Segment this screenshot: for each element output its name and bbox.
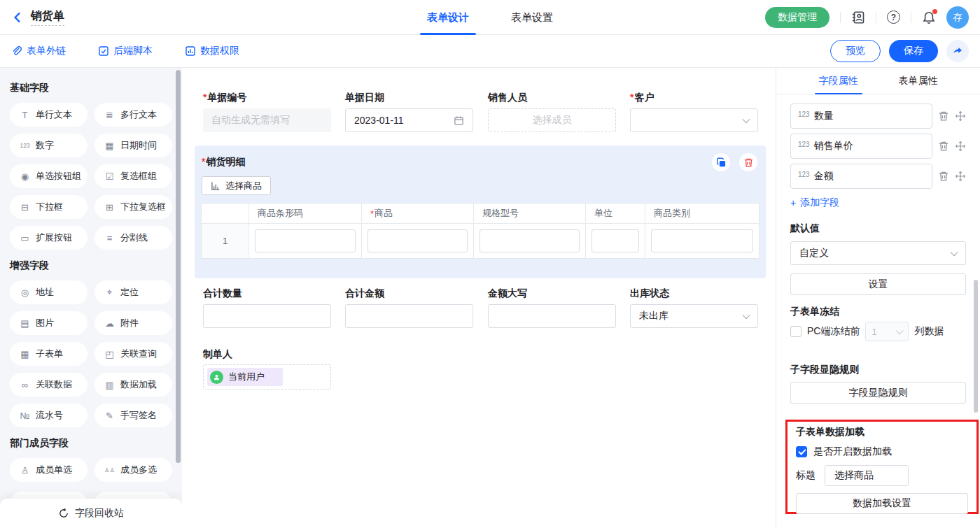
field-section: 增强字段 ◎ 地址 ⌖ 定位 (10, 259, 172, 427)
backend-script-action[interactable]: 后端脚本 (98, 45, 153, 57)
cell-input-category[interactable] (651, 229, 753, 252)
user-avatar[interactable]: 存 (946, 6, 969, 29)
delete-subfield-icon[interactable] (938, 171, 949, 182)
move-subfield-icon[interactable] (955, 110, 966, 122)
field-type-item[interactable]: ▭ 扩展按钮 (10, 226, 88, 250)
field-maker[interactable]: 制单人 (203, 348, 331, 359)
field-type-item[interactable]: ⊟ 下拉框 (10, 195, 88, 219)
field-order-date[interactable]: 单据日期 2023-01-11 (345, 92, 473, 132)
copy-subform-button[interactable] (712, 153, 730, 171)
field-type-item[interactable]: T 单行文本 (10, 103, 88, 127)
default-value-select[interactable]: 自定义 (790, 241, 966, 265)
field-total-qty[interactable]: 合计数量 (203, 287, 331, 328)
field-type-item[interactable]: № 流水号 (10, 404, 88, 427)
field-outbound-status[interactable]: 出库状态 未出库 (630, 287, 758, 328)
field-section: 部门成员字段 ♙ 成员单选 ♙♙ 成员多选 (10, 437, 172, 482)
field-type-icon: ≡ (104, 233, 115, 243)
sidebar-scrollbar-thumb[interactable] (176, 70, 181, 463)
data-permission-action[interactable]: 数据权限 (185, 45, 239, 57)
delete-subform-button[interactable] (739, 153, 757, 171)
save-button[interactable]: 保存 (889, 40, 938, 62)
data-load-settings-button[interactable]: 数据加载设置 (796, 493, 968, 514)
calendar-icon (454, 115, 464, 126)
cell-input-unit[interactable] (592, 229, 639, 252)
field-section-title: 基础字段 (10, 82, 172, 94)
cell-input-spec[interactable] (479, 229, 580, 252)
subform-column-header: 规格型号 (474, 204, 586, 223)
subfield-item[interactable]: 123 数量 (790, 104, 932, 129)
field-type-item[interactable]: ∞ 关联数据 (10, 373, 88, 397)
data-load-title-input[interactable]: 选择商品 (825, 465, 909, 486)
amount-caps-input[interactable] (488, 304, 616, 328)
default-settings-button[interactable]: 设置 (790, 273, 966, 295)
preview-button[interactable]: 预览 (830, 40, 881, 62)
field-type-item[interactable]: ⌖ 定位 (94, 280, 172, 304)
salesperson-picker[interactable]: 选择成员 (488, 108, 616, 132)
external-link-action[interactable]: 表单外链 (11, 45, 66, 57)
field-type-item[interactable]: ♙ 成员单选 (10, 458, 88, 482)
field-type-item[interactable]: ☁ 附件 (94, 311, 172, 335)
field-type-item[interactable]: ⊞ 下拉复选框 (94, 195, 172, 219)
toolbar-right: 预览 保存 (830, 40, 969, 62)
move-subfield-icon[interactable] (955, 141, 966, 152)
field-type-label: 关联查询 (120, 348, 157, 360)
subfield-item[interactable]: 123 销售单价 (790, 134, 932, 159)
property-tab[interactable]: 表单属性 (899, 68, 938, 94)
top-tab[interactable]: 表单设计 (426, 0, 470, 35)
help-icon[interactable]: ? (887, 10, 900, 24)
freeze-checkbox[interactable] (790, 326, 802, 337)
field-type-item[interactable]: ◉ 单选按钮组 (10, 164, 88, 188)
panel-scrollbar-thumb[interactable] (974, 280, 978, 413)
total-qty-input[interactable] (203, 304, 331, 328)
top-tab[interactable]: 表单设置 (510, 0, 554, 35)
field-type-item[interactable]: ≡ 分割线 (94, 226, 172, 250)
field-recycle-bin[interactable]: 字段回收站 (0, 499, 182, 528)
field-type-item[interactable]: ☑ 复选框组 (94, 164, 172, 188)
maker-value-box[interactable]: 当前用户 (203, 364, 331, 390)
chevron-down-icon (742, 311, 750, 319)
property-tab[interactable]: 字段属性 (819, 68, 858, 94)
field-type-item[interactable]: 123 数字 (10, 134, 88, 157)
move-subfield-icon[interactable] (955, 171, 966, 182)
field-type-item[interactable]: ✎ 手写签名 (94, 404, 172, 427)
field-type-item[interactable]: ◎ 地址 (10, 280, 88, 304)
data-manage-button[interactable]: 数据管理 (765, 7, 830, 28)
add-field-button[interactable]: +添加字段 (790, 197, 839, 209)
order-no-input[interactable]: 自动生成无需填写 (203, 108, 331, 132)
field-order-no[interactable]: *单据编号 自动生成无需填写 (203, 92, 331, 132)
field-type-item[interactable]: ♙♙ 成员多选 (94, 458, 172, 482)
field-type-icon: ◰ (104, 349, 115, 359)
field-type-item[interactable]: ▦ 日期时间 (94, 134, 172, 157)
number-type-icon: 123 (798, 110, 810, 118)
visibility-rules-button[interactable]: 字段显隐规则 (790, 382, 966, 404)
customer-select[interactable] (630, 108, 758, 132)
contacts-book-icon[interactable] (851, 10, 865, 24)
share-button[interactable] (946, 40, 969, 62)
form-title[interactable]: 销货单 (31, 9, 64, 26)
field-type-item[interactable]: ≣ 多行文本 (94, 103, 172, 127)
select-product-button[interactable]: 选择商品 (202, 176, 271, 195)
outbound-status-select[interactable]: 未出库 (630, 304, 758, 328)
subform-sales-detail[interactable]: *销货明细 选择商品 (195, 145, 766, 278)
subfield-item[interactable]: 123 金额 (790, 164, 932, 189)
field-type-item[interactable]: ▥ 数据加载 (94, 373, 172, 397)
field-type-item[interactable]: ▤ 图片 (10, 311, 88, 335)
field-amount-caps[interactable]: 金额大写 (488, 287, 616, 328)
field-salesperson[interactable]: 销售人员 选择成员 (488, 92, 616, 132)
freeze-count-select[interactable]: 1 (865, 322, 909, 341)
order-date-input[interactable]: 2023-01-11 (345, 108, 473, 132)
user-icon (210, 371, 223, 384)
delete-subfield-icon[interactable] (938, 141, 949, 152)
cell-input-barcode[interactable] (255, 229, 356, 252)
total-amount-input[interactable] (345, 304, 473, 328)
notification-bell-icon[interactable] (922, 10, 936, 24)
enable-data-load-checkbox[interactable] (796, 446, 807, 457)
back-button[interactable] (11, 11, 24, 24)
delete-subfield-icon[interactable] (938, 110, 949, 122)
field-type-item[interactable]: ▦ 子表单 (10, 342, 88, 366)
field-type-item[interactable]: ◰ 关联查询 (94, 342, 172, 366)
cell-input-product[interactable] (368, 229, 468, 252)
field-total-amount[interactable]: 合计金额 (345, 287, 473, 328)
field-customer[interactable]: *客户 (630, 92, 758, 132)
data-load-heading: 子表单数据加载 (796, 426, 968, 438)
